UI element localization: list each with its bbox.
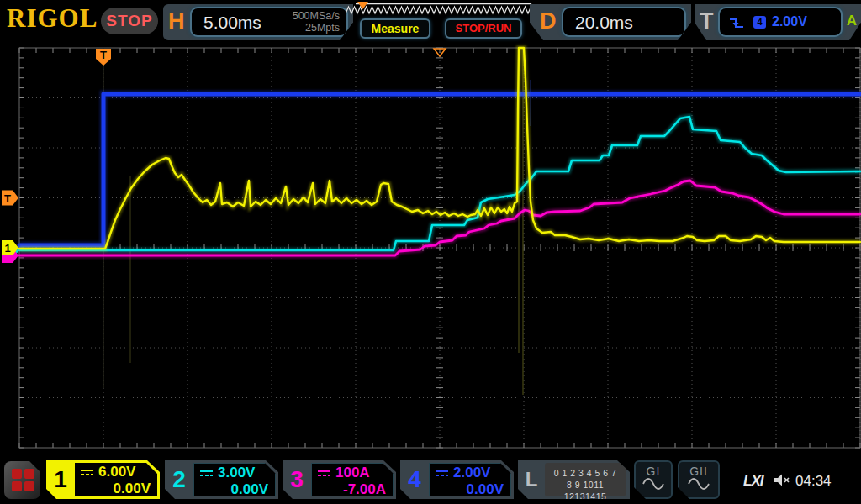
memory-waveform-icon bbox=[346, 7, 531, 13]
trigger-label: T bbox=[700, 8, 714, 34]
digital-channel-list: 0 1 2 3 4 5 6 7 8 9 1011 12131415 bbox=[545, 463, 626, 496]
horizontal-menu-button[interactable]: H 5.00ms 500MSa/s 25Mpts bbox=[163, 4, 353, 40]
trigger-level-label: T bbox=[4, 192, 11, 205]
trigger-position-marker[interactable]: T bbox=[96, 49, 111, 66]
run-state-indicator: STOP bbox=[101, 8, 158, 34]
trigger-level-value: 2.00V bbox=[772, 14, 807, 29]
memory-position-bar bbox=[346, 2, 532, 17]
channel-3-scale: 100A bbox=[335, 465, 370, 481]
channel-box-1[interactable]: 1 6.00V 0.00V bbox=[46, 460, 160, 499]
digital-channels-row1: 0 1 2 3 4 5 6 7 bbox=[545, 467, 626, 479]
channel-4-scale: 2.00V bbox=[453, 465, 490, 481]
channel-marker-label: 1 bbox=[4, 242, 10, 255]
channel-2-offset: 0.00V bbox=[199, 481, 268, 498]
left-markers: 1T bbox=[2, 191, 18, 264]
logic-analyzer-box[interactable]: L 0 1 2 3 4 5 6 7 8 9 1011 12131415 bbox=[518, 460, 630, 499]
delay-menu-button[interactable]: D 20.0ms bbox=[530, 4, 691, 40]
channel-1-number: 1 bbox=[46, 460, 75, 499]
acquisition-info: 500MSa/s 25Mpts bbox=[293, 10, 340, 34]
channel-2-number: 2 bbox=[165, 460, 193, 499]
menu-grid-icon bbox=[12, 469, 34, 491]
rigol-logo: RIGOL bbox=[7, 3, 98, 34]
channel-3-number: 3 bbox=[283, 460, 311, 499]
oscilloscope-screen: 1TT RIGOL STOP H 5.00ms 500MSa/s 25Mpts … bbox=[0, 0, 861, 504]
trigger-mode-indicator: A bbox=[847, 13, 857, 29]
source2-label: GII bbox=[679, 465, 718, 478]
channel-2-scale: 3.00V bbox=[218, 465, 255, 481]
trigger-slope-icon bbox=[728, 17, 745, 30]
clock: 04:34 bbox=[795, 473, 832, 490]
waveform-display: 1TT bbox=[0, 0, 861, 504]
channel-box-2[interactable]: 2 3.00V 0.00V bbox=[165, 460, 278, 499]
sound-muted-icon bbox=[774, 473, 792, 487]
delay-box[interactable]: 20.0ms bbox=[562, 7, 686, 37]
channel-1-scale: 6.00V bbox=[98, 464, 135, 480]
delay-value: 20.0ms bbox=[575, 13, 633, 33]
dc-coupling-icon bbox=[317, 469, 331, 478]
memory-depth: 25Mpts bbox=[293, 22, 340, 34]
delay-label: D bbox=[540, 8, 557, 34]
measure-button[interactable]: Measure bbox=[360, 18, 430, 39]
timebase-value: 5.00ms bbox=[203, 13, 261, 33]
trigger-position-label: T bbox=[100, 49, 107, 61]
channel-1-offset: 0.00V bbox=[80, 480, 151, 497]
dc-coupling-icon bbox=[199, 469, 214, 478]
sine-wave-icon bbox=[642, 478, 664, 490]
timebase-box[interactable]: 5.00ms 500MSa/s 25Mpts bbox=[190, 7, 348, 37]
horizontal-label: H bbox=[168, 8, 185, 34]
source2-button[interactable]: GII bbox=[678, 460, 720, 499]
dc-coupling-icon bbox=[80, 468, 94, 477]
lxi-indicator: LXI bbox=[743, 473, 763, 490]
channel-4-offset: 0.00V bbox=[435, 481, 504, 498]
sample-rate: 500MSa/s bbox=[293, 10, 340, 22]
trigger-box[interactable]: 4 2.00V bbox=[718, 7, 843, 37]
digital-channels-row2: 8 9 1011 12131415 bbox=[545, 479, 626, 502]
source1-label: GI bbox=[636, 465, 671, 478]
channel-box-3[interactable]: 3 100A -7.00A bbox=[283, 460, 396, 499]
channel-4-number: 4 bbox=[400, 460, 429, 499]
trigger-source-badge: 4 bbox=[753, 16, 766, 29]
sine-wave-icon bbox=[688, 478, 710, 490]
dc-coupling-icon bbox=[435, 469, 449, 478]
trigger-menu-button[interactable]: T 4 2.00V A bbox=[695, 4, 861, 40]
menu-button[interactable] bbox=[4, 461, 40, 499]
stop-run-button[interactable]: STOP/RUN bbox=[445, 18, 522, 39]
channel-box-4[interactable]: 4 2.00V 0.00V bbox=[400, 460, 514, 499]
channel-3-offset: -7.00A bbox=[317, 481, 386, 498]
